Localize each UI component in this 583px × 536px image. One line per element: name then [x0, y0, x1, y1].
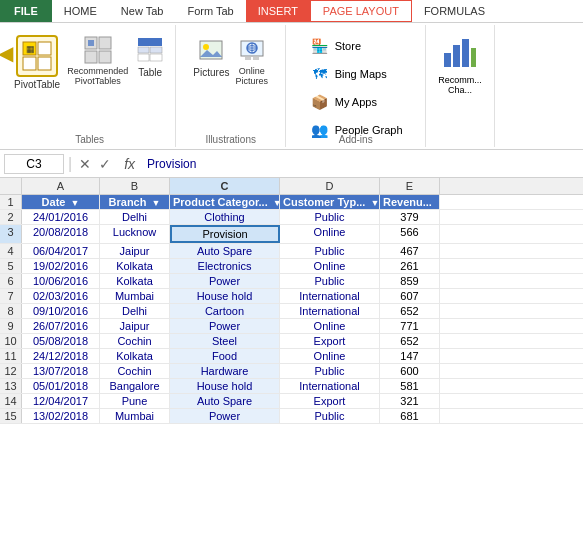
- cell-revenue-15[interactable]: 681: [380, 409, 440, 423]
- recommend-charts-button[interactable]: Recomm...Cha...: [434, 29, 486, 100]
- cell-branch-14[interactable]: Pune: [100, 394, 170, 408]
- cell-customer-6[interactable]: Public: [280, 274, 380, 288]
- cell-branch-12[interactable]: Cochin: [100, 364, 170, 378]
- cancel-formula-button[interactable]: ✕: [76, 156, 94, 172]
- tab-home[interactable]: HOME: [52, 0, 109, 22]
- tab-formulas[interactable]: FORMULAS: [412, 0, 497, 22]
- cell-revenue-12[interactable]: 600: [380, 364, 440, 378]
- formula-input[interactable]: [145, 155, 579, 173]
- cell-revenue-3[interactable]: 566: [380, 225, 440, 243]
- cell-revenue-6[interactable]: 859: [380, 274, 440, 288]
- pictures-button[interactable]: Pictures: [192, 33, 230, 79]
- cell-date-2[interactable]: 24/01/2016: [22, 210, 100, 224]
- cell-reference-input[interactable]: [4, 154, 64, 174]
- cell-revenue-13[interactable]: 581: [380, 379, 440, 393]
- col-header-c[interactable]: C: [170, 178, 280, 194]
- tab-page-layout[interactable]: PAGE LAYOUT: [310, 0, 412, 22]
- cell-branch-8[interactable]: Delhi: [100, 304, 170, 318]
- cell-date-14[interactable]: 12/04/2017: [22, 394, 100, 408]
- cell-date-11[interactable]: 24/12/2018: [22, 349, 100, 363]
- my-apps-button[interactable]: 📦 My Apps: [305, 89, 407, 115]
- cell-branch-3[interactable]: Lucknow: [100, 225, 170, 243]
- cell-customer-11[interactable]: Online: [280, 349, 380, 363]
- cell-customer-13[interactable]: International: [280, 379, 380, 393]
- cell-customer-9[interactable]: Online: [280, 319, 380, 333]
- cell-product-5[interactable]: Electronics: [170, 259, 280, 273]
- bing-maps-button[interactable]: 🗺 Bing Maps: [305, 61, 407, 87]
- tab-form-tab[interactable]: Form Tab: [175, 0, 245, 22]
- col-header-e[interactable]: E: [380, 178, 440, 194]
- cell-product-12[interactable]: Hardware: [170, 364, 280, 378]
- cell-revenue-8[interactable]: 652: [380, 304, 440, 318]
- cell-branch-13[interactable]: Bangalore: [100, 379, 170, 393]
- header-cell-date[interactable]: Date ▼: [22, 195, 100, 209]
- col-header-b[interactable]: B: [100, 178, 170, 194]
- cell-branch-15[interactable]: Mumbai: [100, 409, 170, 423]
- cell-product-7[interactable]: House hold: [170, 289, 280, 303]
- header-cell-customer[interactable]: Customer Typ... ▼: [280, 195, 380, 209]
- header-cell-product[interactable]: Product Categor... ▼: [170, 195, 280, 209]
- cell-date-3[interactable]: 20/08/2018: [22, 225, 100, 243]
- cell-product-6[interactable]: Power: [170, 274, 280, 288]
- cell-branch-4[interactable]: Jaipur: [100, 244, 170, 258]
- confirm-formula-button[interactable]: ✓: [96, 156, 114, 172]
- online-pictures-button[interactable]: OnlinePictures: [234, 33, 269, 88]
- cell-revenue-2[interactable]: 379: [380, 210, 440, 224]
- cell-branch-10[interactable]: Cochin: [100, 334, 170, 348]
- cell-customer-14[interactable]: Export: [280, 394, 380, 408]
- tab-insert[interactable]: INSERT: [246, 0, 310, 22]
- cell-customer-8[interactable]: International: [280, 304, 380, 318]
- header-cell-branch[interactable]: Branch ▼: [100, 195, 170, 209]
- cell-customer-5[interactable]: Online: [280, 259, 380, 273]
- cell-revenue-4[interactable]: 467: [380, 244, 440, 258]
- cell-revenue-11[interactable]: 147: [380, 349, 440, 363]
- cell-date-15[interactable]: 13/02/2018: [22, 409, 100, 423]
- cell-date-13[interactable]: 05/01/2018: [22, 379, 100, 393]
- cell-branch-11[interactable]: Kolkata: [100, 349, 170, 363]
- cell-customer-10[interactable]: Export: [280, 334, 380, 348]
- cell-product-14[interactable]: Auto Spare: [170, 394, 280, 408]
- cell-date-7[interactable]: 02/03/2016: [22, 289, 100, 303]
- cell-product-4[interactable]: Auto Spare: [170, 244, 280, 258]
- cell-customer-7[interactable]: International: [280, 289, 380, 303]
- tab-file[interactable]: FILE: [0, 0, 52, 22]
- cell-product-15[interactable]: Power: [170, 409, 280, 423]
- cell-customer-2[interactable]: Public: [280, 210, 380, 224]
- cell-date-6[interactable]: 10/06/2016: [22, 274, 100, 288]
- tab-new-tab[interactable]: New Tab: [109, 0, 176, 22]
- cell-date-9[interactable]: 26/07/2016: [22, 319, 100, 333]
- cell-product-9[interactable]: Power: [170, 319, 280, 333]
- cell-branch-5[interactable]: Kolkata: [100, 259, 170, 273]
- cell-product-3[interactable]: Provision: [170, 225, 280, 243]
- cell-product-2[interactable]: Clothing: [170, 210, 280, 224]
- cell-date-10[interactable]: 05/08/2018: [22, 334, 100, 348]
- recommended-pivot-button[interactable]: RecommendedPivotTables: [66, 33, 129, 88]
- cell-date-12[interactable]: 13/07/2018: [22, 364, 100, 378]
- cell-product-8[interactable]: Cartoon: [170, 304, 280, 318]
- header-cell-revenue[interactable]: Revenu... ▼: [380, 195, 440, 209]
- cell-product-11[interactable]: Food: [170, 349, 280, 363]
- col-header-a[interactable]: A: [22, 178, 100, 194]
- col-header-d[interactable]: D: [280, 178, 380, 194]
- cell-product-10[interactable]: Steel: [170, 334, 280, 348]
- cell-customer-4[interactable]: Public: [280, 244, 380, 258]
- cell-date-8[interactable]: 09/10/2016: [22, 304, 100, 318]
- table-button[interactable]: Table: [133, 33, 167, 79]
- store-button[interactable]: 🏪 Store: [305, 33, 407, 59]
- cell-branch-6[interactable]: Kolkata: [100, 274, 170, 288]
- cell-revenue-10[interactable]: 652: [380, 334, 440, 348]
- pivot-table-button[interactable]: ▦ PivotTable: [12, 33, 62, 93]
- cell-customer-3[interactable]: Online: [280, 225, 380, 243]
- cell-revenue-9[interactable]: 771: [380, 319, 440, 333]
- cell-revenue-7[interactable]: 607: [380, 289, 440, 303]
- cell-customer-15[interactable]: Public: [280, 409, 380, 423]
- cell-revenue-5[interactable]: 261: [380, 259, 440, 273]
- cell-product-13[interactable]: House hold: [170, 379, 280, 393]
- cell-date-5[interactable]: 19/02/2016: [22, 259, 100, 273]
- cell-branch-2[interactable]: Delhi: [100, 210, 170, 224]
- cell-revenue-14[interactable]: 321: [380, 394, 440, 408]
- cell-customer-12[interactable]: Public: [280, 364, 380, 378]
- cell-date-4[interactable]: 06/04/2017: [22, 244, 100, 258]
- cell-branch-9[interactable]: Jaipur: [100, 319, 170, 333]
- cell-branch-7[interactable]: Mumbai: [100, 289, 170, 303]
